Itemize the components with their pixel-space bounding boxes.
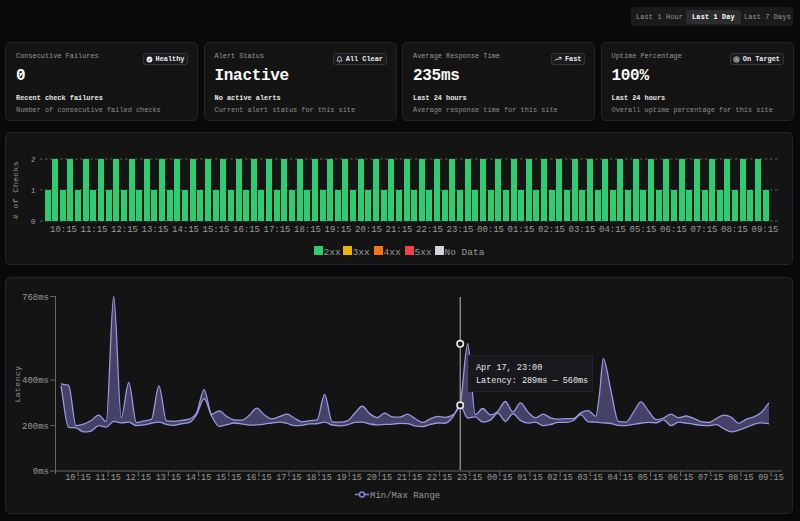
svg-text:19:15: 19:15 <box>336 473 362 483</box>
svg-text:0ms: 0ms <box>33 467 49 477</box>
svg-text:17:15: 17:15 <box>276 473 302 483</box>
svg-text:07:15: 07:15 <box>698 473 724 483</box>
svg-text:05:15: 05:15 <box>638 473 664 483</box>
svg-text:18:15: 18:15 <box>306 473 332 483</box>
svg-text:04:15: 04:15 <box>608 473 634 483</box>
svg-text:768ms: 768ms <box>22 293 49 303</box>
svg-text:21:15: 21:15 <box>397 473 423 483</box>
svg-text:Min/Max Range: Min/Max Range <box>370 491 440 501</box>
svg-text:200ms: 200ms <box>22 422 49 432</box>
svg-text:12:15: 12:15 <box>126 473 152 483</box>
svg-text:11:15: 11:15 <box>95 473 121 483</box>
svg-text:Latency: Latency <box>13 365 22 402</box>
svg-text:400ms: 400ms <box>22 376 49 386</box>
svg-text:08:15: 08:15 <box>728 473 754 483</box>
svg-text:03:15: 03:15 <box>577 473 603 483</box>
svg-text:02:15: 02:15 <box>547 473 573 483</box>
svg-text:15:15: 15:15 <box>216 473 242 483</box>
svg-text:00:15: 00:15 <box>487 473 513 483</box>
svg-text:23:15: 23:15 <box>457 473 483 483</box>
svg-text:22:15: 22:15 <box>427 473 453 483</box>
svg-text:06:15: 06:15 <box>668 473 694 483</box>
svg-text:10:15: 10:15 <box>65 473 91 483</box>
svg-text:01:15: 01:15 <box>517 473 543 483</box>
svg-text:20:15: 20:15 <box>367 473 393 483</box>
svg-text:13:15: 13:15 <box>156 473 182 483</box>
svg-text:16:15: 16:15 <box>246 473 272 483</box>
svg-text:14:15: 14:15 <box>186 473 212 483</box>
svg-text:09:15: 09:15 <box>758 473 784 483</box>
